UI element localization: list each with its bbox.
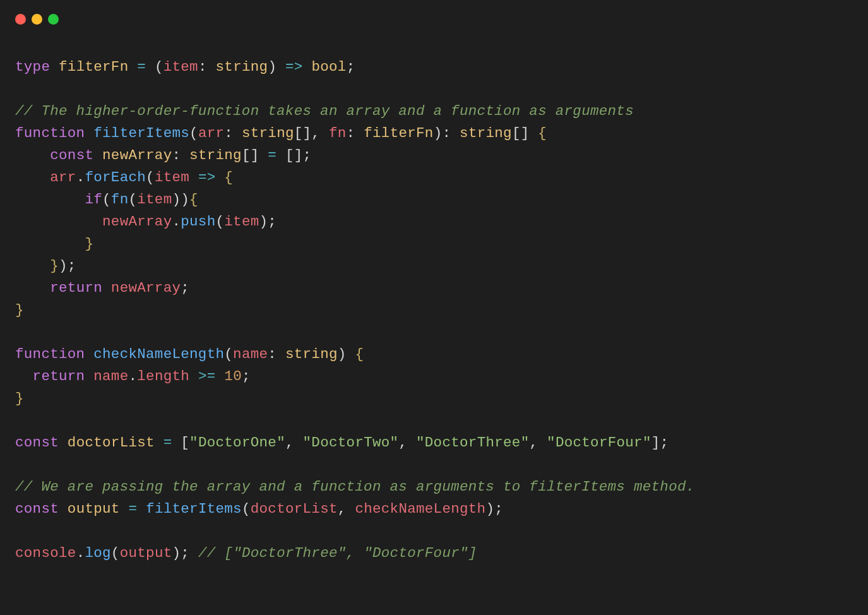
code-token: const [50,147,93,164]
code-token: : [442,125,451,141]
code-token: filterItems [93,125,189,141]
code-token: ) [338,346,347,362]
code-token: checkNameLength [355,501,485,517]
code-token: : [268,346,276,362]
code-line: return name.length >= 10; [15,366,853,388]
code-token: ( [146,169,155,186]
code-token: checkNameLength [93,346,224,362]
code-token: "DoctorTwo" [303,434,399,451]
code-token: string [242,125,294,141]
code-token [102,280,111,296]
code-token: ( [242,501,251,517]
code-line: const output = filterItems(doctorList, c… [15,498,853,520]
code-token: ; [242,368,251,385]
code-token [85,125,93,141]
code-token [189,169,198,186]
code-token: { [189,191,198,208]
code-token [216,368,225,385]
code-token: filterFn [364,125,433,141]
code-line: } [15,299,853,321]
code-token [85,346,93,362]
code-token: output [68,501,120,517]
code-line [15,321,853,343]
code-token: ; [660,434,669,451]
code-token: name [93,368,128,385]
code-token: ) [59,258,68,274]
code-line: arr.forEach(item => { [15,167,853,189]
code-token: = [163,434,172,451]
code-token: name [233,346,268,362]
code-token [93,147,102,164]
code-line: function checkNameLength(name: string) { [15,343,853,366]
code-token: 10 [224,368,242,385]
code-token: console [15,545,76,561]
code-token [120,501,129,517]
code-token: , [311,125,320,141]
code-editor[interactable]: type filterFn = (item: string) => bool; … [0,25,868,580]
code-line: } [15,388,853,410]
code-token: , [285,434,294,451]
zoom-icon[interactable] [48,14,59,25]
code-token [15,368,33,385]
code-token: "DoctorFour" [547,434,651,451]
code-line: function filterItems(arr: string[], fn: … [15,122,853,145]
code-token [181,147,189,164]
code-token: log [85,545,110,561]
code-token: } [50,258,59,274]
code-token [172,434,181,451]
code-token [320,125,329,141]
code-token: function [15,346,85,362]
code-token: = [128,501,137,517]
code-token: ; [494,501,503,517]
code-token [50,59,59,75]
code-token: // The higher-order-function takes an ar… [15,103,634,119]
code-token: arr [50,169,76,186]
code-token: type [15,59,50,75]
code-token [85,368,93,385]
code-token [15,191,85,208]
code-token: string [285,346,338,362]
code-token: => [198,169,216,186]
code-token: ) [181,191,189,208]
code-token [355,125,364,141]
code-token [189,368,198,385]
code-token: if [85,191,102,208]
code-token [15,147,50,164]
code-token: output [120,545,172,561]
code-line: const doctorList = ["DoctorOne", "Doctor… [15,432,853,454]
code-token: fn [329,125,347,141]
code-token: ) [434,125,443,141]
code-token: , [529,434,538,451]
code-token: = [137,59,146,75]
code-line: const newArray: string[] = []; [15,145,853,167]
code-token [155,434,163,451]
code-token [294,434,303,451]
code-token: doctorList [68,434,155,451]
minimize-icon[interactable] [32,14,42,25]
code-token: const [15,434,59,451]
code-line: newArray.push(item); [15,211,853,233]
code-token [276,147,285,164]
code-token: ) [259,213,268,230]
code-line: console.log(output); // ["DoctorThree", … [15,542,853,564]
code-token: item [155,169,189,186]
code-line: return newArray; [15,277,853,299]
code-token [233,125,242,141]
code-token: // ["DoctorThree", "DoctorFour"] [198,545,477,561]
code-token: ( [155,59,163,75]
close-icon[interactable] [15,14,26,25]
code-token [530,125,538,141]
code-token: ; [347,59,355,75]
code-token [15,169,50,186]
code-token: newArray [102,213,172,230]
code-token: ; [68,258,76,274]
code-token [15,280,50,296]
code-token: >= [198,368,216,385]
code-token: } [15,302,24,318]
code-token [259,147,268,164]
code-token [15,236,85,252]
code-token: item [224,213,259,230]
code-token: item [137,191,172,208]
code-line [15,410,853,432]
code-line: if(fn(item)){ [15,189,853,211]
